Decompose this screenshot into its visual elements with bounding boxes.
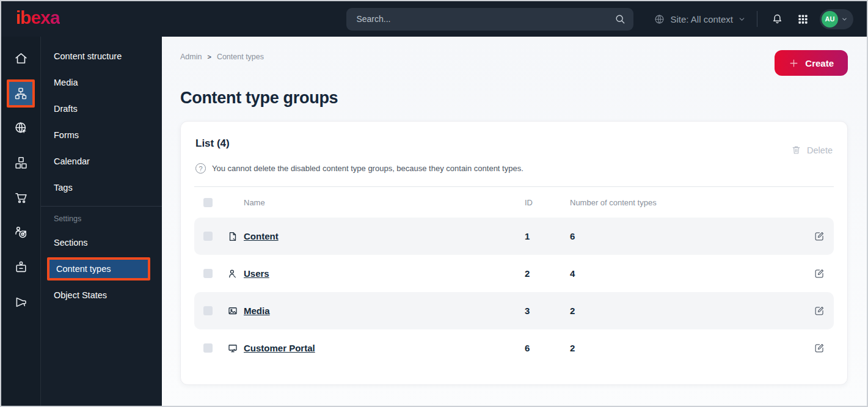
rail-item-personalization[interactable] [1,215,41,250]
topbar: ibexa Site: All context [1,1,867,37]
table-row: Content 1 6 [194,218,834,255]
breadcrumb: Admin > Content types [180,53,264,61]
edit-button[interactable] [814,342,834,354]
help-icon: ? [195,163,206,174]
rail-item-corporate[interactable] [1,250,41,285]
row-checkbox[interactable] [203,269,213,278]
create-button-label: Create [805,58,834,68]
site-context-selector[interactable]: Site: All context [654,13,746,25]
group-link[interactable]: Media [244,306,525,316]
chevron-down-icon [738,15,746,23]
group-id: 6 [525,343,570,353]
bell-icon [771,13,784,26]
sidebar-item-sections[interactable]: Sections [41,229,162,255]
user-menu[interactable]: AU [820,9,853,29]
search-input[interactable] [356,14,614,24]
plus-icon [789,58,799,68]
grid-icon [797,13,809,25]
sidebar: Content structure Media Drafts Forms Cal… [41,37,162,406]
column-header-name: Name [244,198,525,207]
table-row: Media 3 2 [194,292,834,329]
group-link[interactable]: Content [244,231,525,241]
ibexa-admin-window: ibexa Site: All context [0,0,868,407]
chevron-down-icon [841,16,848,23]
breadcrumb-admin[interactable]: Admin [180,53,202,61]
globe-icon [654,13,665,25]
sidebar-item-content-types[interactable]: Content types [47,257,150,280]
group-link[interactable]: Users [244,268,525,279]
edit-button[interactable] [814,305,834,317]
topbar-divider [757,11,757,27]
sidebar-item-calendar[interactable]: Calendar [41,148,162,174]
id-badge-icon [7,254,35,282]
topbar-right: Site: All context [654,9,853,29]
sidebar-section-settings: Settings [41,207,162,229]
list-card: List (4) Delete ? You cannot delete t [180,121,848,385]
sidebar-item-tags[interactable]: Tags [41,174,162,200]
breadcrumb-separator: > [207,53,211,61]
column-header-id: ID [525,198,570,207]
file-icon [222,231,244,242]
row-checkbox[interactable] [203,306,213,315]
ibexa-logo[interactable]: ibexa [16,9,60,29]
content-type-groups-table: Name ID Number of content types [194,186,834,367]
list-title: List (4) [195,138,230,150]
breadcrumb-content-types[interactable]: Content types [217,53,264,61]
search-bar[interactable] [346,8,633,31]
megaphone-icon [7,288,35,317]
site-selector-label: Site: All context [670,14,733,24]
rail-item-dashboard[interactable] [1,41,41,76]
monitor-icon [222,343,244,354]
commerce-cart-icon [7,184,35,212]
row-checkbox[interactable] [203,232,213,241]
home-icon [7,45,35,73]
user-icon [222,268,244,279]
group-id: 2 [525,268,570,279]
select-all-checkbox[interactable] [203,198,213,207]
sidebar-item-media[interactable]: Media [41,69,162,95]
edit-button[interactable] [814,230,834,242]
table-header: Name ID Number of content types [194,186,834,218]
delete-button-label: Delete [807,145,833,155]
group-count: 4 [570,268,798,279]
edit-button[interactable] [814,268,834,279]
group-id: 3 [525,306,570,316]
main-content: Admin > Content types Create Content typ… [162,37,867,406]
create-button[interactable]: Create [775,50,848,76]
group-count: 2 [570,306,798,316]
group-link[interactable]: Customer Portal [244,343,525,353]
trash-icon [791,145,801,155]
column-header-count: Number of content types [570,198,798,207]
group-count: 2 [570,343,798,353]
help-row: ? You cannot delete the disabled content… [194,163,834,174]
group-id: 1 [525,231,570,241]
rail-item-content-structure[interactable] [1,76,41,111]
help-text: You cannot delete the disabled content t… [212,164,523,173]
page-title: Content type groups [180,89,848,108]
group-count: 6 [570,231,798,241]
avatar: AU [822,11,838,28]
rail-item-marketing[interactable] [1,285,41,320]
product-catalog-icon [7,149,35,177]
search-icon[interactable] [614,13,626,25]
content-structure-icon [7,79,35,108]
sidebar-item-drafts[interactable]: Drafts [41,95,162,122]
image-icon [222,306,244,317]
sidebar-item-content-structure[interactable]: Content structure [41,43,162,69]
notifications-button[interactable] [768,10,786,28]
delete-button[interactable]: Delete [791,145,833,155]
sidebar-item-object-states[interactable]: Object States [41,282,162,308]
rail-item-site[interactable] [1,111,41,145]
table-row: Customer Portal 6 2 [194,329,834,367]
personalization-target-icon [7,219,35,247]
rail-item-commerce[interactable] [1,180,41,215]
sidebar-item-forms[interactable]: Forms [41,122,162,148]
rail-item-product-catalog[interactable] [1,145,41,180]
row-checkbox[interactable] [203,343,213,353]
table-row: Users 2 4 [194,255,834,292]
app-switcher-button[interactable] [795,11,811,28]
icon-rail [1,37,41,406]
site-globe-icon [7,114,35,142]
